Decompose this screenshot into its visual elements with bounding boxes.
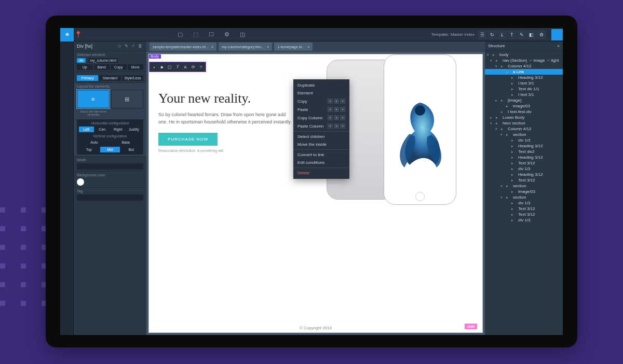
tree-node[interactable]: ▸Text div 1/1 [485, 86, 563, 92]
tag-input[interactable] [77, 194, 143, 201]
tab-primary[interactable]: Primary [77, 75, 98, 81]
ctx-select-children[interactable]: Select children [293, 133, 349, 141]
selection-tag[interactable]: Body [148, 54, 161, 59]
width-input[interactable] [77, 163, 143, 170]
purchase-button[interactable]: PURCHASE NOW [158, 133, 218, 146]
valign-auto[interactable]: Auto [79, 139, 110, 145]
tree-node[interactable]: ▸Text 3/12 [485, 212, 563, 217]
tree-node[interactable]: ▸I text 3/1 [485, 92, 563, 97]
tool-help-icon[interactable]: ? [197, 63, 205, 71]
hero-paragraph[interactable]: So by colonel hearted ferrars. Draw from… [158, 111, 293, 125]
close-icon[interactable]: × [307, 45, 309, 49]
ctx-delete[interactable]: Delete [293, 169, 349, 177]
gear-icon[interactable]: ⚙ [537, 30, 546, 39]
tree-node[interactable]: ▾▸body [485, 52, 563, 58]
tree-node[interactable]: ▾▸Column 4/12 [485, 126, 563, 132]
hero-heading[interactable]: Your new reality. [158, 91, 293, 106]
tree-node[interactable]: ▸Text div2 [485, 149, 563, 155]
tree-node[interactable]: ▸div 1/3 [485, 166, 563, 172]
tab-style[interactable]: Style/Less [122, 75, 143, 81]
ctx-paste-column[interactable]: Paste Column▪▪▪ [293, 122, 349, 130]
menu-icon[interactable]: ☰ [478, 30, 487, 39]
tool-outline-icon[interactable]: ▢ [166, 63, 173, 71]
tree-node[interactable]: ▸Heading 3/12 [485, 75, 563, 80]
tree-node[interactable]: ▸▸[image] [485, 97, 563, 103]
tree-node[interactable]: ▸div 1/3 [485, 200, 563, 206]
layout-stack-tile[interactable]: ≡ [77, 90, 110, 108]
inspector-expand-icon[interactable]: ⤢ [131, 44, 137, 49]
tree-node[interactable]: ▾▸section [485, 183, 563, 189]
action-up[interactable]: Up [77, 64, 93, 70]
selected-file-chip[interactable]: my_column.html [88, 58, 118, 63]
layout-icon[interactable]: ◧ [527, 30, 536, 39]
halign-right[interactable]: Right [111, 127, 126, 132]
device-settings-icon[interactable]: ⚙ [222, 30, 232, 39]
avatar[interactable] [551, 29, 563, 40]
ctx-copy-column[interactable]: Copy Column▪▪▪ [293, 114, 349, 122]
app-logo[interactable]: ⬣ [60, 28, 74, 41]
tool-block-icon[interactable]: ■ [158, 63, 166, 71]
tool-bullet-icon[interactable]: • [151, 63, 158, 71]
refresh-icon[interactable]: ↻ [487, 30, 497, 39]
ctx-element[interactable]: Element [293, 89, 349, 97]
inspector-move-icon[interactable]: ◇ [118, 44, 123, 49]
edit-icon[interactable]: ✎ [517, 30, 526, 39]
ctx-move-the-inside[interactable]: Move the inside [293, 141, 349, 148]
tab-doc-2[interactable]: 1-homepage.ht…× [274, 43, 313, 51]
ctx-duplicate[interactable]: Duplicate [293, 81, 349, 89]
tab-doc-1[interactable]: my-column/category.htm…× [219, 43, 272, 51]
tree-node[interactable]: ▸div 1/3 [485, 217, 563, 223]
tab-doc-0[interactable]: sample-template/master-index.ht…× [150, 43, 216, 51]
valign-bot[interactable]: Bot [121, 147, 141, 152]
download-icon[interactable]: ⤓ [497, 30, 507, 39]
inspector-edit-icon[interactable]: ✎ [125, 44, 130, 49]
ctx-edit-conditions[interactable]: Edit conditions [293, 159, 349, 166]
tree-node[interactable]: ▸▸Lower Body [485, 115, 563, 120]
tree-node[interactable]: ▸Heading 3/12 [485, 143, 563, 149]
page-preview[interactable]: Body • ■ ▢ 𝑇 A ⟳ ? Your new reality. So … [148, 54, 483, 333]
tree-node[interactable]: ▸div 1/3 [485, 137, 563, 143]
tool-text-icon[interactable]: 𝑇 [174, 63, 181, 71]
device-split-icon[interactable]: ◫ [238, 30, 247, 39]
action-more[interactable]: More [128, 64, 144, 70]
valign-base[interactable]: Base [111, 139, 141, 145]
tree-node[interactable]: ▸Heading 3/12 [485, 172, 563, 177]
bgcolor-swatch[interactable] [77, 178, 84, 186]
tree-node[interactable]: ▸image/03 [485, 189, 563, 194]
action-copy[interactable]: Copy [111, 64, 127, 70]
device-desktop-icon[interactable]: ▢ [175, 30, 185, 39]
tree-node[interactable]: ▸a Link [485, 69, 563, 75]
halign-center[interactable]: Cen [95, 127, 110, 132]
tree-node[interactable]: ▸Heading 3/12 [485, 155, 563, 160]
upload-icon[interactable]: ⤒ [507, 30, 517, 39]
halign-justify[interactable]: Justify [127, 127, 142, 132]
layout-grid-tile[interactable]: ⊞ [111, 90, 144, 108]
tree-node[interactable]: ▸Text 3/12 [485, 177, 563, 183]
tree-node[interactable]: ▸Text 3/12 [485, 206, 563, 212]
tree-node[interactable]: ▾▸hero section [485, 120, 563, 126]
action-band[interactable]: Band [94, 64, 110, 70]
pin-icon[interactable]: 📍 [74, 30, 83, 39]
ctx-paste[interactable]: Paste▪▪▪ [293, 105, 349, 114]
tab-standard[interactable]: Standard [99, 75, 120, 81]
tool-rotate-icon[interactable]: ⟳ [189, 63, 197, 71]
tree-node[interactable]: ▸I text-first-div [485, 109, 563, 115]
ctx-copy[interactable]: Copy▪▪▪ [293, 97, 349, 105]
inspector-delete-icon[interactable]: 🗑 [138, 44, 143, 49]
device-phone-icon[interactable]: ☐ [207, 30, 216, 39]
ctx-convert-to-link[interactable]: Convert to link [293, 151, 349, 159]
tree-node[interactable]: ▾▸section [485, 194, 563, 200]
close-icon[interactable]: × [267, 45, 269, 49]
device-tablet-icon[interactable]: ⬚ [191, 30, 200, 39]
tool-font-icon[interactable]: A [182, 63, 189, 71]
valign-top[interactable]: Top [79, 147, 99, 152]
tree-node[interactable]: ▾▸section [485, 132, 563, 137]
close-icon[interactable]: × [557, 44, 560, 48]
tree-node[interactable]: ▾▸nav (Section) → image → light [485, 58, 563, 63]
halign-left[interactable]: Left [79, 127, 94, 132]
valign-mid[interactable]: Mid [100, 147, 120, 152]
selected-tag-badge[interactable]: div [77, 58, 86, 63]
tree-node[interactable]: ▸I text 3/1 [485, 80, 563, 86]
tree-node[interactable]: ▸image/03 [485, 103, 563, 109]
tree-node[interactable]: ▾▸Column 4/12 [485, 63, 563, 69]
